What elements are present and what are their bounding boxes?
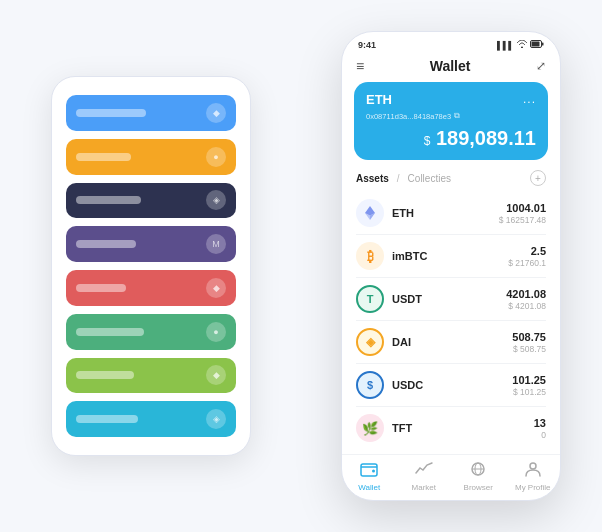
dai-icon: ◈ — [356, 328, 384, 356]
card-icon: ◆ — [206, 278, 226, 298]
profile-nav-icon — [524, 461, 542, 481]
page-title: Wallet — [430, 58, 471, 74]
asset-list: ETH 1004.01 $ 162517.48 ₿ imBTC 2.5 $ 21… — [342, 192, 560, 454]
asset-left: $ USDC — [356, 371, 423, 399]
asset-right: 13 0 — [534, 417, 546, 440]
asset-usd-usdt: $ 4201.08 — [506, 301, 546, 311]
front-phone: 9:41 ▌▌▌ ≡ Wallet ⤢ ETH ... — [341, 31, 561, 501]
asset-usd-tft: 0 — [534, 430, 546, 440]
asset-amount-dai: 508.75 — [512, 331, 546, 343]
nav-browser-label: Browser — [464, 483, 493, 492]
status-icons: ▌▌▌ — [497, 40, 544, 50]
asset-item-imbtc[interactable]: ₿ imBTC 2.5 $ 21760.1 — [356, 235, 546, 278]
tab-assets[interactable]: Assets — [356, 173, 389, 184]
tft-icon: 🌿 — [356, 414, 384, 442]
copy-icon[interactable]: ⧉ — [454, 111, 460, 121]
status-bar: 9:41 ▌▌▌ — [342, 32, 560, 54]
eth-card-more-button[interactable]: ... — [523, 92, 536, 106]
asset-amount-usdc: 101.25 — [512, 374, 546, 386]
wallet-nav-icon — [360, 461, 378, 481]
asset-name-imbtc: imBTC — [392, 250, 427, 262]
asset-item-usdt[interactable]: T USDT 4201.08 $ 4201.08 — [356, 278, 546, 321]
asset-item-tft[interactable]: 🌿 TFT 13 0 — [356, 407, 546, 449]
signal-icon: ▌▌▌ — [497, 41, 514, 50]
back-phone: ◆ ● ◈ M ◆ ● ◆ ◈ — [51, 76, 251, 456]
imbtc-icon: ₿ — [356, 242, 384, 270]
nav-wallet-label: Wallet — [358, 483, 380, 492]
card-icon: ◆ — [206, 365, 226, 385]
nav-profile[interactable]: My Profile — [506, 461, 561, 492]
asset-name-usdt: USDT — [392, 293, 422, 305]
status-time: 9:41 — [358, 40, 376, 50]
card-line — [76, 415, 138, 423]
asset-amount-usdt: 4201.08 — [506, 288, 546, 300]
nav-market[interactable]: Market — [397, 461, 452, 492]
asset-left: ◈ DAI — [356, 328, 411, 356]
asset-usd-usdc: $ 101.25 — [512, 387, 546, 397]
asset-right: 1004.01 $ 162517.48 — [499, 202, 546, 225]
usdc-icon: $ — [356, 371, 384, 399]
menu-icon[interactable]: ≡ — [356, 58, 364, 74]
expand-icon[interactable]: ⤢ — [536, 59, 546, 73]
asset-amount-imbtc: 2.5 — [508, 245, 546, 257]
eth-card-header: ETH ... — [366, 92, 536, 107]
nav-browser[interactable]: Browser — [451, 461, 506, 492]
asset-right: 4201.08 $ 4201.08 — [506, 288, 546, 311]
asset-name-usdc: USDC — [392, 379, 423, 391]
nav-profile-label: My Profile — [515, 483, 551, 492]
assets-tabs: Assets / Collecties — [356, 173, 451, 184]
eth-card-name: ETH — [366, 92, 392, 107]
card-icon: ● — [206, 322, 226, 342]
battery-icon — [530, 40, 544, 50]
bottom-nav: Wallet Market Browser My Profile — [342, 454, 560, 500]
nav-wallet[interactable]: Wallet — [342, 461, 397, 492]
list-item[interactable]: M — [66, 226, 236, 262]
card-line — [76, 371, 134, 379]
asset-right: 101.25 $ 101.25 — [512, 374, 546, 397]
card-icon: ◈ — [206, 409, 226, 429]
card-line — [76, 109, 146, 117]
asset-item-eth[interactable]: ETH 1004.01 $ 162517.48 — [356, 192, 546, 235]
market-nav-icon — [415, 461, 433, 481]
asset-item-dai[interactable]: ◈ DAI 508.75 $ 508.75 — [356, 321, 546, 364]
card-icon: ◆ — [206, 103, 226, 123]
add-asset-button[interactable]: + — [530, 170, 546, 186]
list-item[interactable]: ◈ — [66, 401, 236, 437]
card-line — [76, 284, 126, 292]
card-icon: ◈ — [206, 190, 226, 210]
eth-card-address: 0x08711d3a...8418a78e3 ⧉ — [366, 111, 536, 121]
tab-divider: / — [397, 173, 400, 184]
assets-header: Assets / Collecties + — [342, 170, 560, 192]
svg-rect-2 — [542, 43, 544, 46]
asset-name-eth: ETH — [392, 207, 414, 219]
asset-right: 508.75 $ 508.75 — [512, 331, 546, 354]
usdt-icon: T — [356, 285, 384, 313]
asset-left: T USDT — [356, 285, 422, 313]
card-line — [76, 196, 141, 204]
asset-amount-tft: 13 — [534, 417, 546, 429]
tab-collecties[interactable]: Collecties — [408, 173, 451, 184]
list-item[interactable]: ◆ — [66, 270, 236, 306]
asset-name-dai: DAI — [392, 336, 411, 348]
asset-right: 2.5 $ 21760.1 — [508, 245, 546, 268]
svg-point-7 — [372, 470, 375, 473]
list-item[interactable]: ◈ — [66, 183, 236, 219]
phone-header: ≡ Wallet ⤢ — [342, 54, 560, 82]
list-item[interactable]: ● — [66, 139, 236, 175]
asset-item-usdc[interactable]: $ USDC 101.25 $ 101.25 — [356, 364, 546, 407]
list-item[interactable]: ◆ — [66, 95, 236, 131]
eth-card[interactable]: ETH ... 0x08711d3a...8418a78e3 ⧉ $ 189,0… — [354, 82, 548, 160]
card-icon: M — [206, 234, 226, 254]
scene: ◆ ● ◈ M ◆ ● ◆ ◈ — [21, 16, 581, 516]
list-item[interactable]: ◆ — [66, 358, 236, 394]
asset-name-tft: TFT — [392, 422, 412, 434]
wifi-icon — [517, 40, 527, 50]
asset-amount-eth: 1004.01 — [499, 202, 546, 214]
asset-usd-eth: $ 162517.48 — [499, 215, 546, 225]
eth-card-amount: $ 189,089.11 — [366, 127, 536, 150]
nav-market-label: Market — [412, 483, 436, 492]
list-item[interactable]: ● — [66, 314, 236, 350]
card-line — [76, 153, 131, 161]
asset-usd-dai: $ 508.75 — [512, 344, 546, 354]
svg-rect-1 — [532, 42, 540, 47]
